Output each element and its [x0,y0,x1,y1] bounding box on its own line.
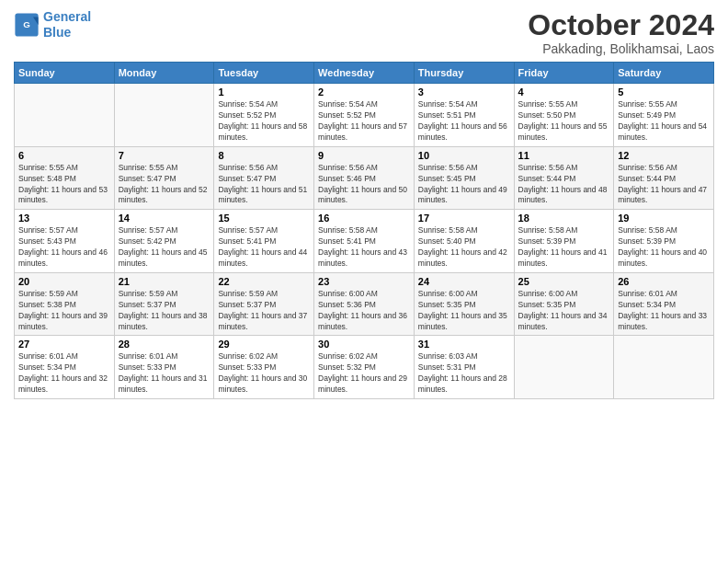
day-number: 3 [418,86,510,98]
day-info: Sunrise: 5:58 AMSunset: 5:40 PMDaylight:… [418,225,510,270]
header-thursday: Thursday [414,63,514,84]
day-cell: 5Sunrise: 5:55 AMSunset: 5:49 PMDaylight… [614,84,714,147]
day-cell [514,336,614,399]
svg-text:G: G [23,19,30,29]
day-number: 16 [318,213,410,224]
day-info: Sunrise: 5:59 AMSunset: 5:37 PMDaylight:… [218,289,310,333]
day-info: Sunrise: 5:54 AMSunset: 5:52 PMDaylight:… [318,99,410,144]
day-number: 22 [218,276,310,287]
day-cell: 22Sunrise: 5:59 AMSunset: 5:37 PMDayligh… [214,272,314,336]
day-number: 1 [218,86,310,98]
logo: G General Blue [14,9,91,40]
day-cell: 20Sunrise: 5:59 AMSunset: 5:38 PMDayligh… [15,272,115,336]
day-number: 23 [318,276,410,287]
day-cell: 18Sunrise: 5:58 AMSunset: 5:39 PMDayligh… [514,210,614,273]
day-cell [614,336,714,399]
day-number: 17 [418,213,510,224]
day-info: Sunrise: 6:01 AMSunset: 5:34 PMDaylight:… [618,289,710,333]
day-number: 20 [18,276,110,287]
day-number: 29 [218,339,310,350]
day-info: Sunrise: 5:54 AMSunset: 5:51 PMDaylight:… [418,99,510,144]
day-cell: 3Sunrise: 5:54 AMSunset: 5:51 PMDaylight… [414,84,514,147]
day-info: Sunrise: 6:01 AMSunset: 5:34 PMDaylight:… [18,351,110,396]
day-number: 14 [119,213,210,224]
day-number: 12 [618,150,710,161]
day-number: 31 [418,339,510,350]
day-cell: 16Sunrise: 5:58 AMSunset: 5:41 PMDayligh… [314,210,415,273]
day-info: Sunrise: 6:00 AMSunset: 5:35 PMDaylight:… [518,289,610,333]
day-cell: 14Sunrise: 5:57 AMSunset: 5:42 PMDayligh… [114,210,214,273]
header-row-days: SundayMondayTuesdayWednesdayThursdayFrid… [15,63,714,84]
day-info: Sunrise: 6:00 AMSunset: 5:35 PMDaylight:… [418,289,510,333]
calendar-table: SundayMondayTuesdayWednesdayThursdayFrid… [14,62,714,399]
day-cell: 27Sunrise: 6:01 AMSunset: 5:34 PMDayligh… [15,336,115,399]
month-title: October 2024 [528,9,714,41]
day-number: 30 [318,339,410,350]
day-number: 19 [618,213,710,224]
week-row-4: 20Sunrise: 5:59 AMSunset: 5:38 PMDayligh… [15,272,714,336]
header-tuesday: Tuesday [214,63,314,84]
day-info: Sunrise: 5:59 AMSunset: 5:38 PMDaylight:… [18,289,110,333]
week-row-5: 27Sunrise: 6:01 AMSunset: 5:34 PMDayligh… [15,336,714,399]
day-number: 21 [119,276,210,287]
day-info: Sunrise: 5:55 AMSunset: 5:47 PMDaylight:… [119,163,210,207]
day-cell: 19Sunrise: 5:58 AMSunset: 5:39 PMDayligh… [614,210,714,273]
day-info: Sunrise: 5:55 AMSunset: 5:48 PMDaylight:… [18,163,110,207]
location-subtitle: Pakkading, Bolikhamsai, Laos [528,41,714,56]
day-cell: 9Sunrise: 5:56 AMSunset: 5:46 PMDaylight… [314,146,415,210]
day-info: Sunrise: 6:03 AMSunset: 5:31 PMDaylight:… [418,351,510,396]
header-row: G General Blue October 2024 Pakkading, B… [14,9,714,56]
day-cell: 21Sunrise: 5:59 AMSunset: 5:37 PMDayligh… [114,272,214,336]
day-cell: 2Sunrise: 5:54 AMSunset: 5:52 PMDaylight… [314,84,415,147]
day-info: Sunrise: 6:00 AMSunset: 5:36 PMDaylight:… [318,289,410,333]
day-cell: 1Sunrise: 5:54 AMSunset: 5:52 PMDaylight… [214,84,314,147]
day-cell: 11Sunrise: 5:56 AMSunset: 5:44 PMDayligh… [514,146,614,210]
day-info: Sunrise: 5:59 AMSunset: 5:37 PMDaylight:… [119,289,210,333]
day-number: 11 [518,150,610,161]
day-info: Sunrise: 5:57 AMSunset: 5:41 PMDaylight:… [218,225,310,270]
header-friday: Friday [514,63,614,84]
day-info: Sunrise: 6:02 AMSunset: 5:32 PMDaylight:… [318,351,410,396]
day-cell: 31Sunrise: 6:03 AMSunset: 5:31 PMDayligh… [414,336,514,399]
day-number: 9 [318,150,410,161]
day-cell: 24Sunrise: 6:00 AMSunset: 5:35 PMDayligh… [414,272,514,336]
day-info: Sunrise: 6:01 AMSunset: 5:33 PMDaylight:… [119,351,210,396]
week-row-1: 1Sunrise: 5:54 AMSunset: 5:52 PMDaylight… [15,84,714,147]
logo-text: General Blue [43,9,91,40]
day-number: 2 [318,86,410,98]
header-saturday: Saturday [614,63,714,84]
day-number: 15 [218,213,310,224]
day-cell: 4Sunrise: 5:55 AMSunset: 5:50 PMDaylight… [514,84,614,147]
header-monday: Monday [114,63,214,84]
calendar-body: 1Sunrise: 5:54 AMSunset: 5:52 PMDaylight… [15,84,714,399]
day-number: 13 [18,213,110,224]
day-number: 10 [418,150,510,161]
day-info: Sunrise: 5:56 AMSunset: 5:44 PMDaylight:… [618,163,710,207]
day-info: Sunrise: 6:02 AMSunset: 5:33 PMDaylight:… [218,351,310,396]
day-info: Sunrise: 5:57 AMSunset: 5:43 PMDaylight:… [18,225,110,270]
day-info: Sunrise: 5:54 AMSunset: 5:52 PMDaylight:… [218,99,310,144]
day-cell: 17Sunrise: 5:58 AMSunset: 5:40 PMDayligh… [414,210,514,273]
week-row-3: 13Sunrise: 5:57 AMSunset: 5:43 PMDayligh… [15,210,714,273]
day-number: 28 [119,339,210,350]
day-cell: 10Sunrise: 5:56 AMSunset: 5:45 PMDayligh… [414,146,514,210]
day-number: 26 [618,276,710,287]
header-wednesday: Wednesday [314,63,415,84]
day-info: Sunrise: 5:57 AMSunset: 5:42 PMDaylight:… [119,225,210,270]
day-cell [15,84,115,147]
day-info: Sunrise: 5:56 AMSunset: 5:45 PMDaylight:… [418,163,510,207]
day-cell: 15Sunrise: 5:57 AMSunset: 5:41 PMDayligh… [214,210,314,273]
calendar-container: G General Blue October 2024 Pakkading, B… [0,0,728,563]
day-number: 5 [618,86,710,98]
day-info: Sunrise: 5:58 AMSunset: 5:39 PMDaylight:… [618,225,710,270]
day-info: Sunrise: 5:56 AMSunset: 5:47 PMDaylight:… [218,163,310,207]
day-number: 25 [518,276,610,287]
day-cell: 29Sunrise: 6:02 AMSunset: 5:33 PMDayligh… [214,336,314,399]
day-number: 4 [518,86,610,98]
day-info: Sunrise: 5:55 AMSunset: 5:49 PMDaylight:… [618,99,710,144]
day-number: 7 [119,150,210,161]
day-cell: 23Sunrise: 6:00 AMSunset: 5:36 PMDayligh… [314,272,415,336]
title-block: October 2024 Pakkading, Bolikhamsai, Lao… [528,9,714,56]
day-number: 24 [418,276,510,287]
day-number: 8 [218,150,310,161]
